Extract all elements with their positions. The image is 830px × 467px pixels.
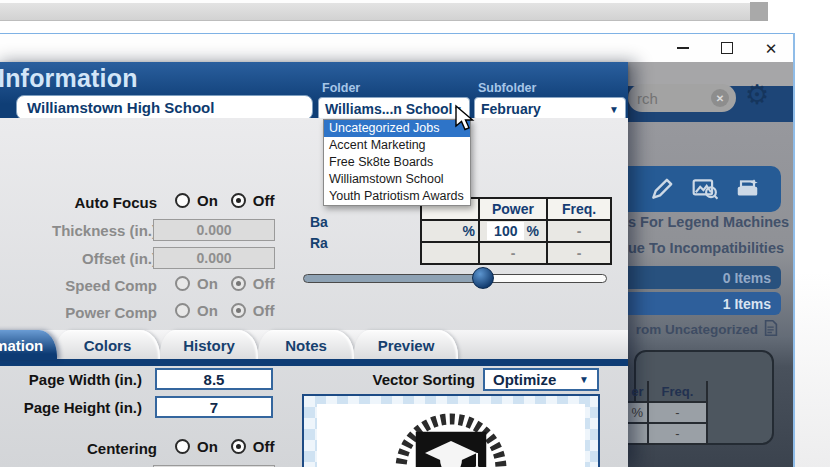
speed-comp-off-radio[interactable] (231, 276, 246, 291)
power-comp-off-radio[interactable] (231, 303, 246, 318)
background-text-line-1: s For Legend Machines (628, 214, 781, 230)
folder-option-williamstown-school[interactable]: Williamstown School (324, 171, 470, 188)
folder-label: Folder (322, 81, 360, 95)
print-icon[interactable] (734, 176, 761, 202)
offset-input (153, 247, 275, 269)
dialog-body: Auto Focus On Off Thickness (in.) Offset… (0, 118, 628, 467)
background-app-content: s For Legend Machines ue To Incompatibil… (628, 122, 793, 467)
folder-value: Williams...n School (325, 101, 452, 117)
close-button[interactable]: ✕ (749, 34, 793, 62)
page-width-label: Page Width (in.) (0, 371, 142, 388)
bg-table-cell: - (648, 402, 707, 423)
on-label: On (197, 275, 218, 292)
search-text-fragment: rch (637, 90, 658, 107)
slider-thumb[interactable] (472, 267, 494, 289)
power-comp-radios: On Off (175, 302, 275, 319)
background-settings-table: er Freq. % - - (628, 381, 708, 445)
table-cell: - (547, 242, 611, 264)
off-label: Off (253, 192, 275, 209)
page-height-input[interactable] (155, 396, 273, 418)
minimize-button[interactable] (661, 34, 705, 62)
hidden-label-fragment-ba: Ba (310, 214, 328, 230)
slider-track[interactable] (303, 274, 607, 283)
laser-settings-table: Power Freq. % 100% - - - (420, 197, 612, 265)
power-comp-on-radio[interactable] (175, 303, 190, 318)
bg-table-header-freq: Freq. (648, 381, 707, 402)
bg-table-header-power-fragment: er (628, 381, 648, 402)
bg-table-cell: % (628, 402, 648, 423)
dialog-title: Information (0, 64, 138, 93)
speed-comp-label: Speed Comp (0, 277, 157, 294)
bg-table-cell: - (648, 423, 707, 444)
screen: ✕ rch ✕ ⚙ (0, 0, 830, 467)
chevron-down-icon: ▼ (609, 104, 619, 115)
background-window-strip (0, 0, 768, 21)
power-value-input[interactable]: 100 (487, 222, 524, 240)
vector-sorting-label: Vector Sorting (287, 371, 475, 388)
uncategorized-text-fragment: rom Uncategorized (628, 322, 758, 337)
speed-comp-on-radio[interactable] (175, 276, 190, 291)
dialog-header: Information Name: Folder Williams...n Sc… (0, 62, 628, 118)
background-app-dimmed: rch ✕ ⚙ s For Lege (628, 62, 793, 467)
auto-focus-off-radio[interactable] (231, 193, 246, 208)
table-header-power: Power (479, 198, 547, 220)
power-unit: % (526, 223, 538, 239)
maximize-button[interactable] (705, 34, 749, 62)
close-icon: ✕ (765, 41, 778, 56)
gear-icon[interactable]: ⚙ (745, 82, 769, 109)
window-right-border (793, 33, 795, 467)
maximize-icon (721, 42, 733, 54)
thickness-input (153, 219, 275, 241)
bg-table-cell (628, 423, 648, 444)
tab-information-active[interactable]: Information (0, 330, 57, 360)
auto-focus-on-radio[interactable] (175, 193, 190, 208)
auto-focus-radios: On Off (175, 192, 275, 209)
tab-history[interactable]: History (160, 330, 258, 360)
document-add-icon (762, 319, 780, 337)
chevron-down-icon: ▼ (579, 374, 589, 385)
folder-option-free-sk8te-boards[interactable]: Free Sk8te Boards (324, 154, 470, 171)
tab-colors[interactable]: Colors (55, 330, 160, 360)
preview-page: DEPARTMENT OF EDUCATION ★ (317, 404, 585, 467)
folder-option-uncategorized-jobs[interactable]: Uncategorized Jobs (324, 120, 470, 137)
mouse-cursor (453, 104, 479, 134)
job-information-dialog: Information Name: Folder Williams...n Sc… (0, 62, 628, 467)
image-preview-icon[interactable] (691, 176, 718, 202)
edit-pencil-icon[interactable] (649, 176, 675, 202)
folder-option-youth-patriotism-awards[interactable]: Youth Patriotism Awards (324, 188, 470, 205)
table-cell-speed-unit: % (421, 220, 479, 242)
centering-radios: On Off (175, 438, 275, 455)
search-input[interactable]: rch ✕ (628, 84, 736, 112)
tab-strip: Colors History Notes Preview Information (0, 330, 628, 360)
on-label: On (197, 438, 218, 455)
items-count-badge-0: 0 Items (628, 266, 781, 289)
window-titlebar: ✕ (0, 33, 793, 62)
table-cell-power-value[interactable]: 100% (479, 220, 547, 242)
tab-preview[interactable]: Preview (354, 330, 458, 360)
minimize-icon (677, 47, 689, 49)
centering-label: Centering (0, 440, 157, 457)
table-cell-freq-value: - (547, 220, 611, 242)
centering-off-radio[interactable] (231, 439, 246, 454)
offset-label: Offset (in.) (0, 250, 157, 267)
hidden-label-fragment-ra: Ra (310, 235, 328, 251)
background-text-line-2: ue To Incompatibilities (628, 240, 781, 256)
table-cell (421, 242, 479, 264)
off-label: Off (253, 438, 275, 455)
page-width-input[interactable] (155, 368, 273, 390)
folder-dropdown-list: Uncategorized Jobs Accent Marketing Free… (323, 119, 471, 206)
tab-underline (0, 359, 628, 366)
search-clear-icon[interactable]: ✕ (711, 89, 729, 107)
subfolder-label: Subfolder (478, 81, 536, 95)
table-cell: - (479, 242, 547, 264)
job-name-input[interactable] (16, 95, 313, 120)
background-window-scroll-nub (750, 2, 768, 21)
on-label: On (197, 302, 218, 319)
vector-sorting-dropdown[interactable]: Optimize ▼ (483, 368, 599, 391)
folder-option-accent-marketing[interactable]: Accent Marketing (324, 137, 470, 154)
centering-on-radio[interactable] (175, 439, 190, 454)
off-label: Off (253, 275, 275, 292)
desktop-background (795, 33, 830, 467)
tab-notes[interactable]: Notes (258, 330, 354, 360)
job-preview-canvas[interactable]: DEPARTMENT OF EDUCATION ★ (302, 394, 600, 467)
